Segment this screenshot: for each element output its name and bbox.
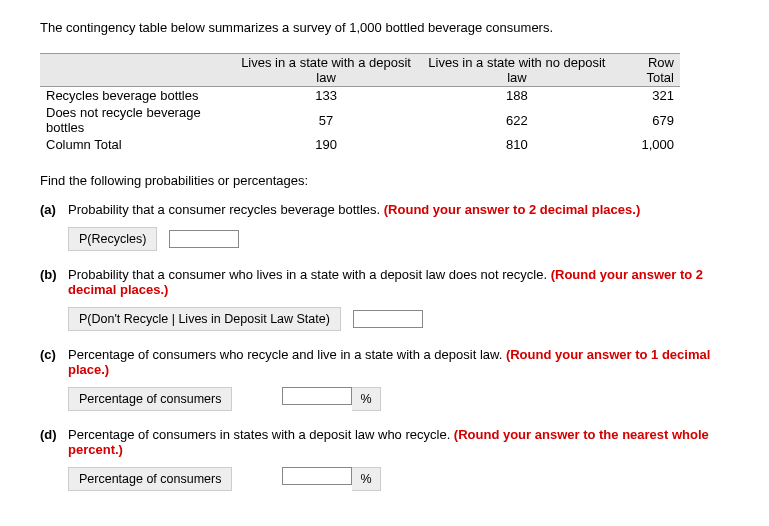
intro-text: The contingency table below summarizes a…	[40, 20, 729, 35]
part-c: (c) Percentage of consumers who recycle …	[40, 347, 729, 411]
answer-label: Percentage of consumers	[68, 387, 232, 411]
answer-input-b[interactable]	[353, 310, 423, 328]
answer-input-c[interactable]	[282, 387, 352, 405]
answer-label: P(Recycles)	[68, 227, 157, 251]
table-row: Recycles beverage bottles 133 188 321	[40, 87, 680, 105]
col-header-no-deposit: Lives in a state with no deposit law	[420, 54, 614, 87]
part-b: (b) Probability that a consumer who live…	[40, 267, 729, 331]
question-text: Percentage of consumers who recycle and …	[68, 347, 506, 362]
row-label: Does not recycle beverage bottles	[40, 104, 232, 136]
row-label: Column Total	[40, 136, 232, 153]
table-row: Column Total 190 810 1,000	[40, 136, 680, 153]
question-text: Probability that a consumer recycles bev…	[68, 202, 384, 217]
cell: 188	[420, 87, 614, 105]
cell: 679	[614, 104, 680, 136]
percent-unit: %	[352, 387, 380, 411]
question-text: Probability that a consumer who lives in…	[68, 267, 551, 282]
col-header-row-total: Row Total	[614, 54, 680, 87]
cell: 57	[232, 104, 420, 136]
cell: 810	[420, 136, 614, 153]
part-marker: (d)	[40, 427, 57, 442]
cell: 1,000	[614, 136, 680, 153]
cell: 622	[420, 104, 614, 136]
part-marker: (b)	[40, 267, 57, 282]
answer-label: Percentage of consumers	[68, 467, 232, 491]
table-header-row: Lives in a state with a deposit law Live…	[40, 54, 680, 87]
contingency-table: Lives in a state with a deposit law Live…	[40, 53, 680, 153]
find-prompt: Find the following probabilities or perc…	[40, 173, 729, 188]
col-header-deposit: Lives in a state with a deposit law	[232, 54, 420, 87]
answer-label: P(Don't Recycle | Lives in Deposit Law S…	[68, 307, 341, 331]
table-row: Does not recycle beverage bottles 57 622…	[40, 104, 680, 136]
answer-input-d[interactable]	[282, 467, 352, 485]
part-marker: (c)	[40, 347, 56, 362]
part-a: (a) Probability that a consumer recycles…	[40, 202, 729, 251]
cell: 321	[614, 87, 680, 105]
rounding-instruction: (Round your answer to 2 decimal places.)	[384, 202, 640, 217]
question-text: Percentage of consumers in states with a…	[68, 427, 454, 442]
answer-input-a[interactable]	[169, 230, 239, 248]
part-marker: (a)	[40, 202, 56, 217]
part-d: (d) Percentage of consumers in states wi…	[40, 427, 729, 491]
row-label: Recycles beverage bottles	[40, 87, 232, 105]
percent-unit: %	[352, 467, 380, 491]
cell: 190	[232, 136, 420, 153]
cell: 133	[232, 87, 420, 105]
